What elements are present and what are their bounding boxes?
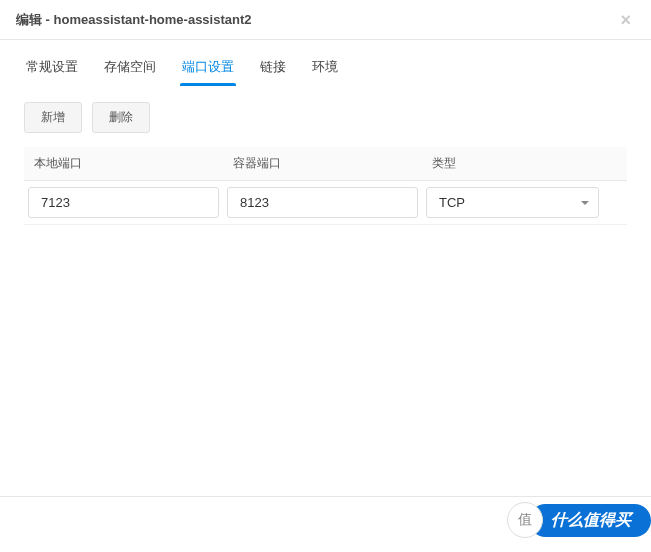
close-icon[interactable]: × xyxy=(616,11,635,29)
toolbar: 新增 删除 xyxy=(24,102,627,133)
header-type: 类型 xyxy=(422,147,603,181)
dialog-footer: 取消 值 什么值得买 xyxy=(0,496,651,552)
header-local-port: 本地端口 xyxy=(24,147,223,181)
add-button[interactable]: 新增 xyxy=(24,102,82,133)
tab-environment[interactable]: 环境 xyxy=(310,52,340,86)
type-select[interactable]: TCP xyxy=(426,187,599,218)
container-port-input[interactable] xyxy=(227,187,418,218)
tab-bar: 常规设置 存储空间 端口设置 链接 环境 xyxy=(0,40,651,86)
dialog-header: 编辑 - homeassistant-home-assistant2 × xyxy=(0,0,651,40)
watermark-circle: 值 xyxy=(507,502,543,538)
header-container-port: 容器端口 xyxy=(223,147,422,181)
table-row[interactable]: TCP xyxy=(24,181,627,225)
type-select-value: TCP xyxy=(426,187,599,218)
ports-table: 本地端口 容器端口 类型 TCP xyxy=(24,147,627,225)
delete-button[interactable]: 删除 xyxy=(92,102,150,133)
tab-links[interactable]: 链接 xyxy=(258,52,288,86)
tab-general[interactable]: 常规设置 xyxy=(24,52,80,86)
tab-volumes[interactable]: 存储空间 xyxy=(102,52,158,86)
dialog-title: 编辑 - homeassistant-home-assistant2 xyxy=(16,11,616,29)
cancel-button[interactable]: 取消 xyxy=(581,508,635,542)
header-spacer xyxy=(603,147,627,181)
tab-ports[interactable]: 端口设置 xyxy=(180,52,236,86)
local-port-input[interactable] xyxy=(28,187,219,218)
content-area: 新增 删除 本地端口 容器端口 类型 TCP xyxy=(0,86,651,225)
